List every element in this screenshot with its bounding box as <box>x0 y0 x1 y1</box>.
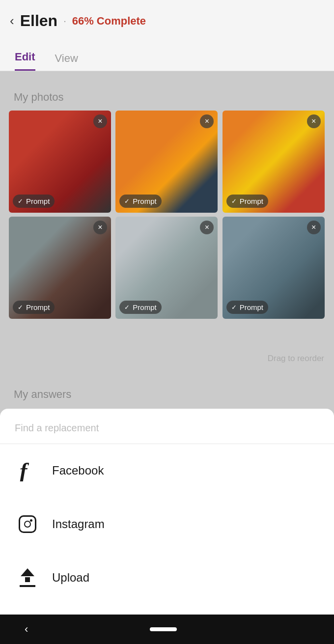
remove-photo-1-button[interactable]: × <box>93 114 107 128</box>
tab-bar: Edit View <box>0 42 334 71</box>
remove-photo-6-button[interactable]: × <box>307 221 321 234</box>
bottom-nav-bar: ‹ <box>0 615 334 644</box>
remove-photo-2-button[interactable]: × <box>200 114 214 128</box>
back-button[interactable]: ‹ <box>10 13 14 28</box>
nav-home-indicator[interactable] <box>150 627 177 631</box>
photo-prompt-label-3[interactable]: ✓ Prompt <box>226 195 268 208</box>
check-icon-6: ✓ <box>231 304 237 311</box>
check-icon-4: ✓ <box>18 304 23 311</box>
photo-item-1[interactable]: × ✓ Prompt <box>9 111 111 213</box>
remove-photo-4-button[interactable]: × <box>93 221 107 234</box>
tab-edit[interactable]: Edit <box>15 51 35 71</box>
photo-item-5[interactable]: × ✓ Prompt <box>115 217 218 319</box>
photo-prompt-label-6[interactable]: ✓ Prompt <box>226 301 268 314</box>
instagram-option[interactable]: Instagram <box>0 498 334 551</box>
nav-back-button[interactable]: ‹ <box>25 623 28 636</box>
photo-prompt-label-1[interactable]: ✓ Prompt <box>13 195 55 208</box>
facebook-icon: f <box>15 458 40 483</box>
photo-item-2[interactable]: × ✓ Prompt <box>115 111 218 213</box>
upload-label: Upload <box>52 571 89 585</box>
photo-prompt-label-5[interactable]: ✓ Prompt <box>119 301 161 314</box>
facebook-label: Facebook <box>52 464 104 477</box>
drag-hint: Drag to reorder <box>268 354 324 364</box>
remove-photo-3-button[interactable]: × <box>307 114 321 128</box>
instagram-icon <box>15 511 40 537</box>
header: ‹ Ellen · 66% Complete <box>0 0 334 42</box>
bottom-sheet-header: Find a replacement <box>0 409 334 444</box>
upload-option[interactable]: Upload <box>0 551 334 605</box>
photo-item-4[interactable]: × ✓ Prompt <box>9 217 111 319</box>
upload-icon <box>15 565 40 590</box>
svg-text:f: f <box>20 460 29 481</box>
photo-prompt-label-2[interactable]: ✓ Prompt <box>119 195 161 208</box>
check-icon-5: ✓ <box>124 304 130 311</box>
tab-view[interactable]: View <box>55 52 78 71</box>
photos-section-title: My photos <box>14 91 64 104</box>
bottom-sheet: Find a replacement f Facebook Instagram <box>0 409 334 615</box>
facebook-option[interactable]: f Facebook <box>0 444 334 498</box>
check-icon-1: ✓ <box>18 197 23 205</box>
profile-name: Ellen <box>20 12 57 30</box>
photo-item-6[interactable]: × ✓ Prompt <box>223 217 325 319</box>
answers-section-title: My answers <box>14 388 71 401</box>
photo-item-3[interactable]: × ✓ Prompt <box>223 111 325 213</box>
photo-grid: × ✓ Prompt × ✓ Prompt × ✓ Prompt × ✓ Pro… <box>9 111 325 319</box>
check-icon-2: ✓ <box>124 197 130 205</box>
check-icon-3: ✓ <box>231 197 237 205</box>
find-replacement-label: Find a replacement <box>15 422 99 433</box>
photo-prompt-label-4[interactable]: ✓ Prompt <box>13 301 55 314</box>
instagram-label: Instagram <box>52 517 105 531</box>
completion-status: 66% Complete <box>72 15 146 28</box>
remove-photo-5-button[interactable]: × <box>200 221 214 234</box>
separator: · <box>63 15 66 27</box>
